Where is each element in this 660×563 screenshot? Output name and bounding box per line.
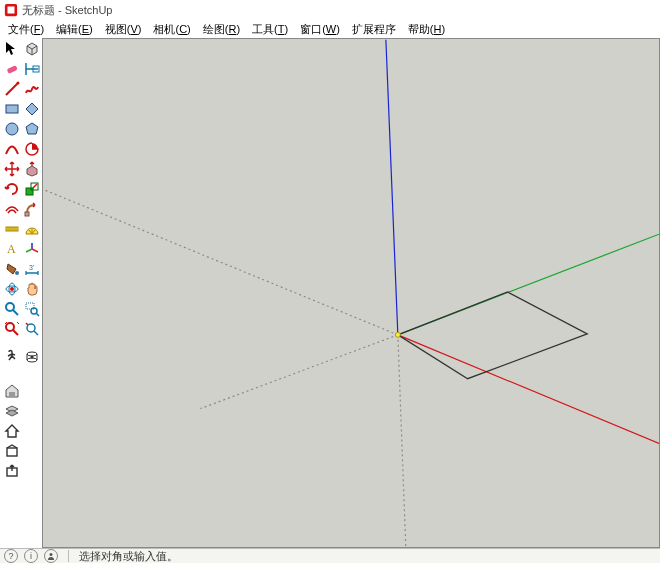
warehouse-tool[interactable] [3,382,21,400]
svg-line-28 [43,189,398,335]
menu-file[interactable]: 文件(F) [2,22,50,37]
protractor-tool[interactable] [23,220,41,238]
rotate-tool[interactable] [3,180,21,198]
info-icon[interactable]: i [24,549,38,563]
arc-tool[interactable] [3,140,21,158]
svg-rect-2 [7,65,18,74]
paint-tool[interactable] [3,260,21,278]
svg-rect-18 [26,188,33,195]
menu-draw[interactable]: 绘图(R) [197,22,246,37]
svg-line-30 [398,335,406,547]
previous-view-tool[interactable] [23,320,41,338]
zoom-extents-tool[interactable] [3,320,21,338]
menu-bar: 文件(F) 编辑(E) 视图(V) 相机(C) 绘图(R) 工具(T) 窗口(W… [0,20,660,38]
svg-text:A: A [7,242,16,256]
svg-rect-14 [9,392,15,397]
move-tool[interactable] [3,160,21,178]
svg-rect-4 [6,105,18,113]
scale-tool[interactable] [23,180,41,198]
pan-tool[interactable] [23,280,41,298]
svg-point-13 [6,323,14,331]
zoom-window-tool[interactable] [23,300,41,318]
svg-point-3 [17,82,20,85]
svg-line-33 [386,40,398,335]
window-title: 无标题 - SketchUp [22,3,112,18]
svg-point-24 [27,324,35,332]
freehand-tool[interactable] [23,80,41,98]
svg-point-12 [6,303,14,311]
axes-tool[interactable] [23,240,41,258]
dimension-tool-alt[interactable] [23,60,41,78]
svg-line-31 [398,335,659,444]
svg-point-5 [6,123,18,135]
toolbar-col-2: 3' [22,38,42,366]
section-tool[interactable] [23,348,41,366]
menu-ext[interactable]: 扩展程序 [346,22,402,37]
svg-point-11 [10,287,14,291]
pie-tool[interactable] [23,140,41,158]
svg-point-26 [27,358,37,362]
app-icon [4,3,18,17]
svg-point-8 [15,271,19,275]
menu-help[interactable]: 帮助(H) [402,22,451,37]
user-icon[interactable] [44,549,58,563]
status-hint: 选择对角或输入值。 [79,549,178,564]
work-area: A 3' [0,38,660,548]
viewport-canvas [43,39,659,547]
svg-rect-15 [7,448,17,456]
extensions-tool[interactable] [3,442,21,460]
svg-point-36 [50,553,53,556]
export-tool[interactable] [3,462,21,480]
toolbar-col-1: A [2,38,22,480]
svg-rect-1 [8,7,15,14]
dimension-tool[interactable]: 3' [23,260,41,278]
svg-line-29 [200,335,397,409]
followme-tool[interactable] [23,200,41,218]
svg-marker-34 [398,292,587,379]
menu-view[interactable]: 视图(V) [99,22,148,37]
menu-edit[interactable]: 编辑(E) [50,22,99,37]
menu-tools[interactable]: 工具(T) [246,22,294,37]
svg-point-35 [395,332,400,337]
help-icon[interactable]: ? [4,549,18,563]
text-tool[interactable]: A [3,240,21,258]
walk-tool[interactable] [3,348,21,366]
rotated-rect-tool[interactable] [23,100,41,118]
orbit-tool[interactable] [3,280,21,298]
pushpull-tool[interactable] [23,160,41,178]
title-bar: 无标题 - SketchUp [0,0,660,20]
menu-camera[interactable]: 相机(C) [147,22,196,37]
svg-rect-20 [25,212,29,216]
svg-text:3': 3' [29,264,34,271]
layers-tool[interactable] [3,402,21,420]
zoom-tool[interactable] [3,300,21,318]
offset-tool[interactable] [3,200,21,218]
circle-tool[interactable] [3,120,21,138]
component-tool[interactable] [23,40,41,58]
status-bar: ? i 选择对角或输入值。 [0,548,660,563]
polygon-tool[interactable] [23,120,41,138]
house-tool[interactable] [3,422,21,440]
viewport-3d[interactable] [42,38,660,548]
rectangle-tool[interactable] [3,100,21,118]
menu-window[interactable]: 窗口(W) [294,22,346,37]
line-tool[interactable] [3,80,21,98]
svg-point-25 [27,352,37,356]
eraser-tool[interactable] [3,60,21,78]
tape-tool[interactable] [3,220,21,238]
svg-point-27 [31,356,34,359]
select-tool[interactable] [3,40,21,58]
